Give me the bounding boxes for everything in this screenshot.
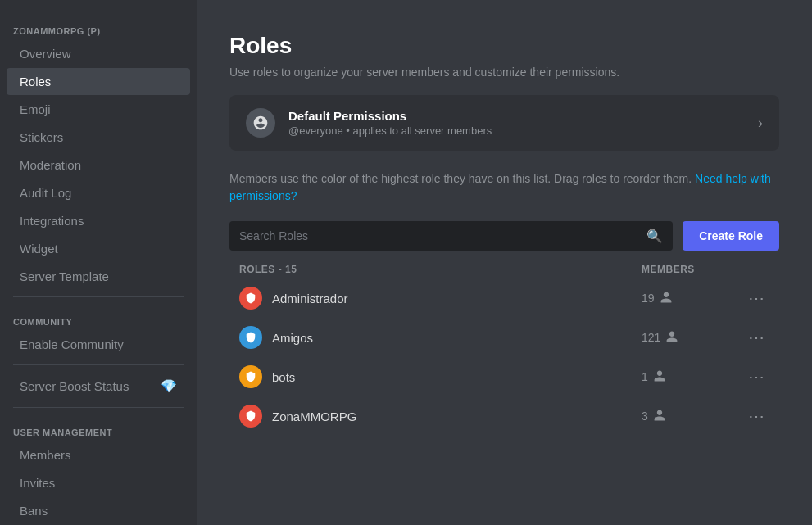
default-permissions-info: Default Permissions @everyone • applies … bbox=[288, 109, 758, 137]
sidebar-item-server-template[interactable]: Server Template bbox=[7, 263, 190, 290]
more-options-button[interactable]: ⋯ bbox=[743, 405, 769, 428]
member-icon bbox=[653, 369, 666, 385]
role-name: Administrador bbox=[272, 292, 642, 305]
sidebar-item-integrations[interactable]: Integrations bbox=[7, 207, 190, 234]
role-options[interactable]: ⋯ bbox=[740, 287, 769, 310]
divider-2 bbox=[13, 364, 184, 365]
role-options[interactable]: ⋯ bbox=[740, 326, 769, 349]
help-text: Members use the color of the highest rol… bbox=[229, 170, 779, 205]
more-options-button[interactable]: ⋯ bbox=[743, 287, 769, 310]
community-section-title: COMMUNITY bbox=[0, 304, 197, 330]
default-permissions-icon bbox=[246, 108, 275, 138]
create-role-button[interactable]: Create Role bbox=[683, 221, 779, 251]
roles-table-header: ROLES - 15 MEMBERS bbox=[229, 264, 779, 275]
audit-log-label: Audit Log bbox=[20, 186, 71, 200]
role-icon bbox=[239, 287, 262, 310]
member-icon bbox=[653, 409, 666, 424]
roles-column-header: ROLES - 15 bbox=[239, 264, 642, 275]
search-create-row: 🔍 Create Role bbox=[229, 221, 779, 251]
default-permissions-desc: @everyone • applies to all server member… bbox=[288, 124, 758, 137]
member-count-value: 121 bbox=[642, 331, 660, 344]
table-row[interactable]: Administrador 19 ⋯ bbox=[229, 278, 779, 318]
more-options-button[interactable]: ⋯ bbox=[743, 365, 769, 388]
widget-label: Widget bbox=[20, 242, 58, 256]
role-member-count: 121 bbox=[642, 330, 740, 346]
page-title: Roles bbox=[229, 33, 779, 59]
sidebar-item-moderation[interactable]: Moderation bbox=[7, 152, 190, 179]
members-column-header: MEMBERS bbox=[642, 264, 740, 275]
bans-label: Bans bbox=[20, 504, 48, 518]
sidebar-item-audit-log[interactable]: Audit Log bbox=[7, 179, 190, 206]
roles-label: Roles bbox=[20, 75, 51, 88]
sidebar-item-bans[interactable]: Bans bbox=[7, 497, 190, 524]
search-container: 🔍 bbox=[229, 221, 673, 251]
role-options[interactable]: ⋯ bbox=[740, 365, 769, 388]
role-member-count: 1 bbox=[642, 369, 740, 385]
role-name: ZonaMMORPG bbox=[272, 410, 642, 423]
divider-1 bbox=[13, 296, 184, 297]
sidebar-item-invites[interactable]: Invites bbox=[7, 469, 190, 496]
overview-label: Overview bbox=[20, 47, 71, 61]
default-permissions-name: Default Permissions bbox=[288, 109, 758, 123]
server-template-label: Server Template bbox=[20, 269, 109, 283]
sidebar: ZONAMMORPG (P) Overview Roles Emoji Stic… bbox=[0, 0, 197, 525]
invites-label: Invites bbox=[20, 476, 55, 490]
role-icon bbox=[239, 326, 262, 349]
stickers-label: Stickers bbox=[20, 130, 63, 144]
role-icon bbox=[239, 405, 262, 428]
integrations-label: Integrations bbox=[20, 214, 84, 228]
member-icon bbox=[660, 291, 673, 306]
server-name: ZONAMMORPG (P) bbox=[0, 13, 197, 39]
chevron-right-icon: › bbox=[758, 115, 763, 132]
table-row[interactable]: Amigos 121 ⋯ bbox=[229, 318, 779, 357]
sidebar-item-overview[interactable]: Overview bbox=[7, 40, 190, 67]
search-input[interactable] bbox=[229, 221, 673, 251]
sidebar-item-stickers[interactable]: Stickers bbox=[7, 124, 190, 151]
boost-icon: 💎 bbox=[161, 378, 177, 394]
moderation-label: Moderation bbox=[20, 158, 81, 172]
divider-3 bbox=[13, 407, 184, 408]
enable-community-label: Enable Community bbox=[20, 337, 124, 351]
more-options-button[interactable]: ⋯ bbox=[743, 326, 769, 349]
role-options[interactable]: ⋯ bbox=[740, 405, 769, 428]
member-count-value: 19 bbox=[642, 292, 655, 305]
sidebar-item-members[interactable]: Members bbox=[7, 441, 190, 468]
role-member-count: 19 bbox=[642, 291, 740, 306]
table-row[interactable]: ZonaMMORPG 3 ⋯ bbox=[229, 396, 779, 436]
role-name: Amigos bbox=[272, 331, 642, 345]
role-name: bots bbox=[272, 370, 642, 384]
page-subtitle: Use roles to organize your server member… bbox=[229, 66, 779, 79]
member-count-value: 1 bbox=[642, 370, 648, 383]
sidebar-item-emoji[interactable]: Emoji bbox=[7, 96, 190, 123]
roles-list: Administrador 19 ⋯ Amigos 121 bbox=[229, 278, 779, 436]
sidebar-item-enable-community[interactable]: Enable Community bbox=[7, 331, 190, 358]
user-management-section-title: USER MANAGEMENT bbox=[0, 414, 197, 441]
default-permissions-card[interactable]: Default Permissions @everyone • applies … bbox=[229, 95, 779, 151]
member-icon bbox=[665, 330, 678, 346]
role-member-count: 3 bbox=[642, 409, 740, 424]
server-boost-label: Server Boost Status bbox=[20, 379, 129, 393]
emoji-label: Emoji bbox=[20, 102, 51, 116]
sidebar-item-roles[interactable]: Roles bbox=[7, 68, 190, 95]
role-icon bbox=[239, 365, 262, 388]
sidebar-item-widget[interactable]: Widget bbox=[7, 235, 190, 262]
sidebar-item-server-boost[interactable]: Server Boost Status 💎 bbox=[7, 372, 190, 401]
member-count-value: 3 bbox=[642, 410, 648, 423]
table-row[interactable]: bots 1 ⋯ bbox=[229, 357, 779, 396]
main-content: Roles Use roles to organize your server … bbox=[197, 0, 812, 525]
members-label: Members bbox=[20, 448, 71, 462]
